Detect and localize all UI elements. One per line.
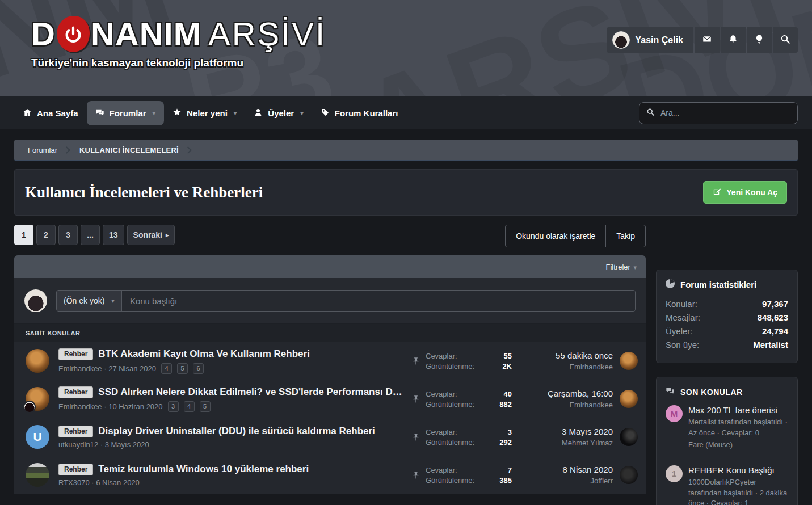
header-search-button[interactable] [773, 27, 798, 53]
stat-label: Üyeler: [666, 326, 693, 336]
prefix-badge[interactable]: Rehber [58, 348, 93, 360]
nav-label: Ana Sayfa [37, 108, 78, 118]
lastpost-avatar[interactable] [620, 352, 638, 370]
thread-author-avatar[interactable] [26, 387, 49, 411]
thread-page-button[interactable]: 4 [184, 401, 195, 412]
thread-title[interactable]: BTK Akademi Kayıt Olma Ve Kullanım Rehbe… [98, 348, 310, 360]
thread-page-button[interactable]: 6 [193, 363, 204, 374]
site-logo[interactable]: D NANIM ARŞİVİ Türkiye'nin kasmayan tekn… [31, 16, 326, 69]
thread-title-input[interactable] [122, 291, 635, 311]
thread-page-button[interactable]: 4 [161, 363, 172, 374]
lastpost-avatar[interactable] [620, 390, 638, 408]
thread-page-button[interactable]: 3 [168, 401, 179, 412]
mark-read-button[interactable]: Okundu olarak işaretle [506, 225, 605, 247]
thread-author-line[interactable]: Emirhandkee · 10 Haziran 2020 [58, 402, 163, 411]
recent-title: SON KONULAR [680, 388, 743, 397]
recent-topic-item[interactable]: M Max 200 TL fare önerisi Mertalist tara… [666, 397, 788, 457]
latest-member-link[interactable]: Mertalist [753, 340, 788, 350]
lastpost-avatar[interactable] [620, 466, 638, 484]
page-button-1[interactable]: 1 [14, 225, 33, 245]
lastpost-user[interactable]: Mehmet Yılmaz [512, 439, 613, 447]
thread-title[interactable]: SSD Alırken Nelere Dikkat Edilmeli? ve S… [98, 386, 406, 398]
new-topic-button[interactable]: Yeni Konu Aç [703, 181, 787, 204]
follow-button[interactable]: Takip [605, 225, 645, 247]
next-page-button[interactable]: Sonraki ▸ [127, 225, 175, 245]
search-input[interactable] [660, 108, 790, 117]
alerts-button[interactable] [721, 27, 746, 53]
chevron-down-icon: ▾ [111, 297, 115, 305]
page-button-3[interactable]: 3 [58, 225, 78, 245]
thread-title[interactable]: Temiz kurulumla Windows 10 yükleme rehbe… [98, 464, 309, 475]
breadcrumb-forumlar[interactable]: Forumlar [22, 146, 63, 154]
recent-topic-title[interactable]: REHBER Konu Başlığı [688, 465, 788, 475]
prefix-badge[interactable]: Rehber [58, 386, 93, 398]
lastpost-user[interactable]: Emirhandkee [512, 401, 613, 409]
star-icon [173, 108, 182, 119]
stat-label: Konular: [666, 299, 697, 309]
thread-stats: Cevaplar:3 Görüntülenme:292 [426, 426, 512, 448]
theme-button[interactable] [747, 27, 772, 53]
thread-author-avatar[interactable] [26, 349, 49, 373]
thread-row[interactable]: Rehber BTK Akademi Kayıt Olma Ve Kullanı… [14, 342, 646, 380]
views-label: Görüntülenme: [426, 476, 474, 485]
recent-topic-title[interactable]: Max 200 TL fare önerisi [688, 405, 788, 415]
thread-row[interactable]: Rehber Temiz kurulumla Windows 10 yüklem… [14, 456, 646, 494]
account-menu[interactable]: Yasin Çelik [607, 27, 694, 53]
prefix-badge[interactable]: Rehber [58, 464, 93, 475]
quick-thread-row: (Ön ek yok) ▾ [14, 278, 646, 324]
nav-item-neler-yeni[interactable]: Neler yeni ▾ [164, 101, 245, 125]
forum-stats-panel: Forum istatistikleri Konular:97,367 Mesa… [656, 270, 798, 363]
lastpost-date[interactable]: 3 Mayıs 2020 [512, 427, 613, 436]
breadcrumb-current[interactable]: KULLANICI İNCELEMELERİ [74, 146, 184, 154]
replies-value: 7 [508, 466, 512, 474]
prefix-select[interactable]: (Ön ek yok) ▾ [57, 291, 122, 311]
thread-author-avatar[interactable]: U [26, 425, 49, 449]
user-toolbar: Yasin Çelik [607, 27, 798, 53]
filters-dropdown[interactable]: Filtreler ▾ [606, 263, 637, 271]
nav-item-uyeler[interactable]: Üyeler ▾ [245, 101, 312, 125]
current-user-avatar [24, 289, 47, 312]
thread-page-button[interactable]: 5 [200, 401, 211, 412]
lastpost-avatar[interactable] [620, 428, 638, 446]
prefix-badge[interactable]: Rehber [58, 426, 93, 437]
lastpost-user[interactable]: Joffierr [512, 477, 613, 485]
pin-icon [406, 471, 426, 479]
logo-text-right: ARŞİVİ [208, 18, 326, 51]
nav-item-forum-kurallari[interactable]: Forum Kuralları [312, 101, 407, 125]
thread-row[interactable]: Rehber SSD Alırken Nelere Dikkat Edilmel… [14, 380, 646, 418]
thread-author-line[interactable]: utkuaydin12 · 3 Mayıs 2020 [58, 440, 149, 449]
pin-icon [406, 433, 426, 441]
views-value: 385 [499, 476, 512, 485]
comments-icon [95, 108, 104, 119]
page-button-ellipsis[interactable]: ... [81, 225, 100, 245]
thread-author-avatar[interactable] [26, 463, 49, 487]
pie-chart-icon [666, 279, 675, 290]
thread-author-line[interactable]: Emirhandkee · 27 Nisan 2020 [58, 364, 156, 373]
nav-item-ana-sayfa[interactable]: Ana Sayfa [14, 101, 87, 125]
thread-row[interactable]: U Rehber Display Driver Uninstaller (DDU… [14, 418, 646, 456]
search-icon [646, 108, 655, 119]
thread-title[interactable]: Display Driver Uninstaller (DDU) ile sür… [98, 426, 375, 437]
thread-page-button[interactable]: 5 [177, 363, 188, 374]
chevron-right-icon [184, 146, 192, 154]
nav-item-forumlar[interactable]: Forumlar ▾ [87, 101, 165, 125]
page-button-2[interactable]: 2 [36, 225, 56, 245]
lastpost-date[interactable]: Çarşamba, 16:00 [512, 389, 613, 398]
chevron-right-icon [63, 146, 70, 154]
thread-author-line[interactable]: RTX3070 · 6 Nisan 2020 [58, 478, 140, 487]
tag-icon [321, 108, 330, 119]
lightbulb-icon [754, 34, 764, 47]
recent-topic-forum[interactable]: Fare (Mouse) [688, 440, 788, 449]
home-icon [23, 108, 32, 119]
logo-text-left: D [31, 18, 56, 51]
recent-topic-item[interactable]: 1 REHBER Konu Başlığı 1000DolarlıkPCyete… [666, 457, 788, 505]
lastpost-date[interactable]: 55 dakika önce [512, 351, 613, 360]
stats-title: Forum istatistikleri [680, 280, 756, 289]
thread-main: Rehber SSD Alırken Nelere Dikkat Edilmel… [49, 386, 406, 412]
nav-label: Neler yeni [187, 108, 228, 118]
page-button-13[interactable]: 13 [103, 225, 124, 245]
lastpost-date[interactable]: 8 Nisan 2020 [512, 465, 613, 474]
messages-button[interactable] [695, 27, 720, 53]
lastpost-user[interactable]: Emirhandkee [512, 363, 613, 371]
list-toolbar: 1 2 3 ... 13 Sonraki ▸ Okundu olarak işa… [14, 225, 798, 247]
